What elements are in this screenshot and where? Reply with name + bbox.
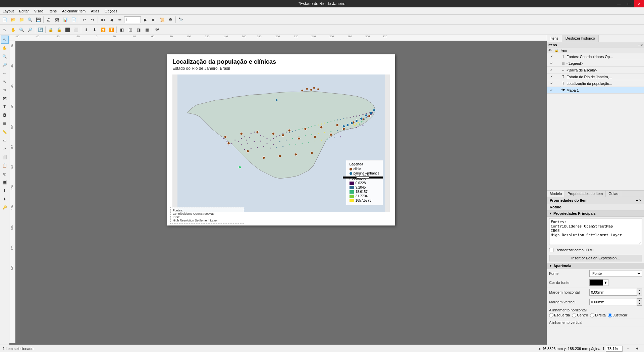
zoom-input[interactable] [606,346,623,352]
align-esquerda-radio[interactable] [549,313,553,317]
page-input[interactable] [124,16,141,23]
ungroup-button[interactable]: ⬜ [72,26,80,34]
add-arrow-tool[interactable]: ↗ [1,145,9,153]
atlas-tool[interactable]: ⬆ [1,187,9,195]
save-button[interactable]: 💾 [34,16,42,24]
align-center-button[interactable]: ◫ [126,26,134,34]
align-left-button[interactable]: ◧ [118,26,126,34]
tab-guias[interactable]: Guias [606,191,621,197]
minimize-button[interactable]: — [614,0,624,7]
add-table-tool[interactable]: 📋 [1,161,9,169]
add-label-tool[interactable]: T [1,103,9,111]
align-direita-radio[interactable] [590,313,594,317]
margem-v-input[interactable] [589,299,637,305]
render-html-checkbox[interactable] [549,248,553,252]
menu-atlas[interactable]: Atlas [88,7,102,15]
list-item[interactable]: ✓ ☰ <Legend> [547,60,644,67]
list-item[interactable]: ✓ T Localização da população... [547,80,644,87]
menu-layout[interactable]: Layout [0,7,16,15]
atlas-settings-button[interactable]: ⚙ [166,16,174,24]
to-bottom-button[interactable]: ⏬ [107,26,115,34]
tab-propriedades[interactable]: Propriedades do Item [565,191,606,197]
item-eye-1[interactable]: ✓ [548,61,554,65]
add-html-tool[interactable]: ⬜ [1,153,9,161]
main-textarea[interactable]: Fontes: Contribuidores OpenStreetMap IBG… [549,218,642,245]
close-panel-icon[interactable]: × [641,43,643,47]
resize-tool[interactable]: ⤡ [1,78,9,86]
page-canvas[interactable]: Localização da população e clínicas Esta… [15,41,547,345]
color-dropdown-arrow[interactable]: ▼ [603,281,608,285]
maximize-button[interactable]: □ [624,0,634,7]
item-eye-4[interactable]: ✓ [548,82,554,85]
nav-first-button[interactable]: ⏮ [99,16,107,24]
rotate-tool[interactable]: ⟲ [1,86,9,94]
atlas-down-tool[interactable]: ⬇ [1,195,9,203]
zoom-full-button[interactable]: 🔍 [26,16,34,24]
tab-desfazer[interactable]: Desfazer histórico [562,35,599,42]
print-layout-button[interactable]: 🖨 [45,16,53,24]
to-top-button[interactable]: ⏫ [99,26,107,34]
menu-editar[interactable]: Editar [16,7,32,15]
atlas-button[interactable]: 🗺 [153,26,161,34]
menu-itens[interactable]: Itens [46,7,59,15]
zoom-increase-button[interactable]: + [633,345,641,352]
move-content-tool[interactable]: ↔ [1,69,9,77]
pan-tool-left[interactable]: ✋ [1,44,9,52]
zoom-out-tool[interactable]: 🔎 [26,26,34,34]
refresh-button[interactable]: 🔄 [36,26,44,34]
close-button[interactable]: ✕ [634,0,644,7]
item-eye-0[interactable]: ✓ [548,55,554,58]
add-legend-tool[interactable]: ☰ [1,119,9,128]
redo-button[interactable]: ↪ [89,16,97,24]
raise-button[interactable]: ⬆ [82,26,90,34]
add-shape-tool[interactable]: ▭ [1,136,9,144]
item-eye-2[interactable]: ✓ [548,68,554,72]
nav-next-button[interactable]: ▶ [141,16,149,24]
group-button[interactable]: ⬛ [63,26,71,34]
lock-item-button[interactable]: 🔒 [47,26,55,34]
settings-tool[interactable]: 🔑 [1,203,9,211]
pan-tool[interactable]: ✋ [9,26,17,34]
open-button[interactable]: 📂 [9,16,17,24]
align-justificar-radio[interactable] [608,313,612,317]
zoom-out-left[interactable]: 🔎 [1,61,9,69]
lower-button[interactable]: ⬇ [91,26,99,34]
zoom-in-left[interactable]: 🔍 [1,52,9,60]
margem-v-up[interactable]: ▲ [637,299,642,302]
tab-modelo[interactable]: Modelo [547,191,565,197]
open2-button[interactable]: 📁 [17,16,25,24]
color-picker-button[interactable]: ▼ [589,279,608,286]
menu-opcoes[interactable]: Opções [102,7,120,15]
select-tool[interactable]: ↖ [1,26,9,34]
item-eye-3[interactable]: ✓ [548,75,554,79]
list-item[interactable]: ✓ -- <Barra de Escala> [547,67,644,73]
add-scalebar-tool[interactable]: 📏 [1,128,9,136]
add-image-tool[interactable]: 🖼 [1,111,9,119]
menu-adicionar-item[interactable]: Adicionar Item [59,7,88,15]
nav-next2-button[interactable]: ⏭ [150,16,158,24]
align-right-button[interactable]: ◨ [135,26,143,34]
new-button[interactable]: 📄 [1,16,9,24]
prop-close-icon[interactable]: × [639,198,641,202]
zoom-decrease-button[interactable]: − [624,345,632,352]
select-tool-left[interactable]: ↖ [1,36,9,44]
margem-h-up[interactable]: ▲ [637,289,642,292]
font-dropdown[interactable]: Fonte [589,270,642,277]
export-pdf-button[interactable]: 📄 [70,16,78,24]
collapse-icon[interactable]: − [638,43,640,47]
margem-h-down[interactable]: ▼ [637,292,642,296]
list-item[interactable]: ✓ 🗺 Mapa 1 [547,87,644,94]
map-image-area[interactable]: Legenda clinic parking_entrance Populaçã… [172,74,390,212]
nav-last-button[interactable]: 📜 [158,16,166,24]
canvas-area[interactable]: -80 -60 -40 -20 0 20 40 60 80 100 120 14… [9,35,547,345]
insert-expression-button[interactable]: Insert or Edit an Expression... [549,255,642,261]
list-item[interactable]: ✓ T Fontes: Contribuidores Op... [547,53,644,60]
undo-button[interactable]: ↩ [80,16,88,24]
export-svg-button[interactable]: 📊 [61,16,69,24]
align-centro-radio[interactable] [572,313,576,317]
sources-box[interactable]: Fontes:Contribuidores OpenStreetMapIBGEH… [170,207,244,224]
section-propriedades-principais[interactable]: ▼ Propriedades Principais [547,210,644,217]
list-item[interactable]: ✓ T Estado do Rio de Janeiro,... [547,73,644,80]
pan-layout-tool[interactable]: 🔳 [1,178,9,186]
prop-minimize-icon[interactable]: − [636,198,638,202]
